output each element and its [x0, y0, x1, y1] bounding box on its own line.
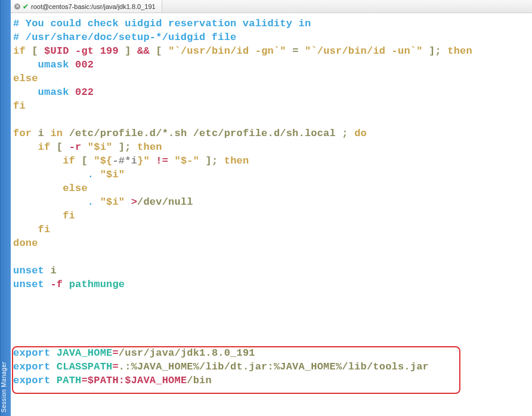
code-content: # You could check uidgid reservation val… [13, 17, 530, 387]
main-area: ✕ ✔ root@centos7-basic:/usr/java/jdk1.8.… [11, 0, 532, 416]
check-icon: ✔ [23, 2, 29, 11]
terminal-viewport[interactable]: # You could check uidgid reservation val… [11, 13, 532, 416]
terminal-tab[interactable]: ✕ ✔ root@centos7-basic:/usr/java/jdk1.8.… [11, 0, 162, 13]
close-icon[interactable]: ✕ [14, 4, 20, 10]
tab-title: root@centos7-basic:/usr/java/jdk1.8.0_19… [31, 3, 156, 10]
tab-bar: ✕ ✔ root@centos7-basic:/usr/java/jdk1.8.… [11, 0, 532, 13]
comment-line: # You could check uidgid reservation val… [13, 18, 311, 29]
session-manager-sidebar[interactable]: Session Manager [0, 0, 11, 416]
comment-line: # /usr/share/doc/setup-*/uidgid file [13, 32, 236, 43]
